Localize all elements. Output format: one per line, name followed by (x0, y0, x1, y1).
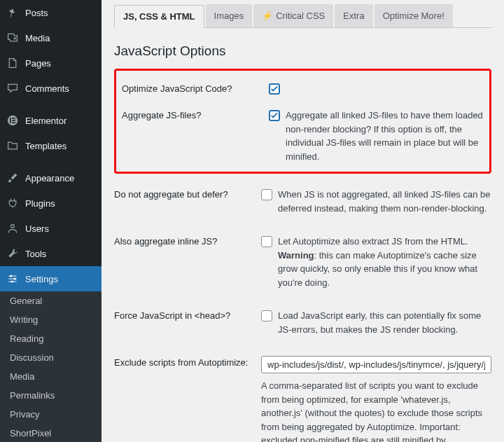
checkbox-aggregate-js[interactable] (269, 110, 280, 121)
checkbox-optimize-js[interactable] (269, 83, 280, 95)
field-label: Also aggregate inline JS? (114, 235, 261, 247)
field-label: Do not aggregate but defer? (114, 188, 261, 200)
checkbox-defer[interactable] (261, 189, 272, 200)
settings-tabs: JS, CSS & HTML Images ⚡Critical CSS Extr… (114, 4, 491, 28)
checkbox-force-head[interactable] (261, 310, 272, 322)
highlight-box: Optimize JavaScript Code? Aggregate JS-f… (114, 69, 491, 174)
field-label: Optimize JavaScript Code? (122, 82, 269, 94)
page-icon (6, 56, 20, 70)
sidebar-item-posts[interactable]: Posts (0, 0, 102, 25)
tab-optimize-more[interactable]: Optimize More! (374, 4, 453, 27)
row-defer: Do not aggregate but defer? When JS is n… (114, 178, 491, 225)
row-inline-js: Also aggregate inline JS? Let Autoptimiz… (114, 225, 491, 299)
exclude-scripts-input[interactable] (261, 356, 491, 373)
row-exclude: Exclude scripts from Autoptimize: A comm… (114, 346, 491, 442)
sidebar-item-label: Comments (25, 83, 69, 94)
sidebar-item-label: Plugins (25, 198, 55, 209)
sidebar-subitem-writing[interactable]: Writing (0, 310, 102, 329)
tab-critical-css[interactable]: ⚡Critical CSS (253, 4, 333, 27)
svg-point-9 (11, 280, 13, 282)
settings-submenu: General Writing Reading Discussion Media… (0, 291, 102, 442)
sidebar-item-appearance[interactable]: Appearance (0, 165, 102, 191)
field-desc: When JS is not aggregated, all linked JS… (278, 188, 491, 215)
main-content: JS, CSS & HTML Images ⚡Critical CSS Extr… (102, 0, 504, 442)
sidebar-item-media[interactable]: Media (0, 25, 102, 50)
sidebar-item-label: Elementor (25, 116, 66, 126)
sidebar-item-label: Users (25, 223, 49, 234)
sidebar-item-settings[interactable]: Settings (0, 266, 102, 291)
sidebar-item-label: Tools (25, 249, 46, 259)
tab-extra[interactable]: Extra (335, 4, 372, 27)
sidebar-subitem-permalinks[interactable]: Permalinks (0, 386, 102, 405)
sidebar-item-elementor[interactable]: Elementor (0, 108, 102, 133)
sidebar-item-label: Posts (25, 8, 48, 18)
svg-rect-4 (12, 120, 15, 121)
sidebar-subitem-privacy[interactable]: Privacy (0, 405, 102, 424)
field-label: Force JavaScript in <head>? (114, 309, 261, 321)
sidebar-subitem-media[interactable]: Media (0, 367, 102, 386)
sidebar-subitem-shortpixel[interactable]: ShortPixel (0, 424, 102, 442)
field-desc: Load JavaScript early, this can potentia… (278, 309, 491, 336)
row-aggregate-js: Aggregate JS-files? Aggregate all linked… (122, 102, 484, 170)
bolt-icon: ⚡ (262, 11, 273, 21)
sidebar-item-plugins[interactable]: Plugins (0, 191, 102, 216)
svg-point-8 (14, 277, 16, 279)
section-title: JavaScript Options (114, 43, 491, 59)
field-desc: Aggregate all linked JS-files to have th… (286, 109, 484, 163)
sidebar-item-tools[interactable]: Tools (0, 241, 102, 266)
svg-point-7 (10, 275, 12, 277)
field-label: Exclude scripts from Autoptimize: (114, 356, 261, 368)
sidebar-subitem-discussion[interactable]: Discussion (0, 348, 102, 367)
tab-jscsshtml[interactable]: JS, CSS & HTML (114, 5, 204, 28)
sliders-icon (6, 272, 20, 286)
tab-images[interactable]: Images (206, 4, 253, 27)
row-optimize-js: Optimize JavaScript Code? (122, 75, 484, 102)
svg-point-0 (14, 37, 16, 39)
sidebar-item-label: Appearance (25, 173, 74, 184)
sidebar-item-users[interactable]: Users (0, 216, 102, 241)
sidebar-item-label: Templates (25, 141, 66, 151)
sidebar-item-label: Settings (25, 274, 58, 284)
svg-point-6 (11, 224, 15, 228)
sidebar-item-pages[interactable]: Pages (0, 50, 102, 76)
brush-icon (6, 171, 20, 185)
svg-rect-2 (10, 118, 11, 123)
svg-rect-5 (12, 122, 15, 123)
sidebar-item-comments[interactable]: Comments (0, 76, 102, 101)
comment-icon (6, 81, 20, 95)
user-icon (6, 221, 20, 235)
row-force-head: Force JavaScript in <head>? Load JavaScr… (114, 299, 491, 346)
sidebar-item-label: Pages (25, 58, 51, 69)
sidebar-subitem-general[interactable]: General (0, 291, 102, 310)
tab-label: Critical CSS (276, 11, 325, 21)
elementor-icon (6, 113, 20, 127)
sidebar-item-templates[interactable]: Templates (0, 133, 102, 158)
field-desc: Let Autoptimize also extract JS from the… (278, 235, 491, 289)
field-desc: A comma-separated list of scripts you wa… (261, 379, 491, 442)
media-icon (6, 31, 20, 45)
admin-sidebar: Posts Media Pages Comments Elementor Tem… (0, 0, 102, 442)
checkbox-inline-js[interactable] (261, 236, 272, 247)
sidebar-item-label: Media (25, 33, 50, 43)
svg-rect-3 (12, 118, 15, 119)
pin-icon (6, 6, 20, 20)
field-label: Aggregate JS-files? (122, 109, 269, 120)
folder-icon (6, 139, 20, 153)
sidebar-subitem-reading[interactable]: Reading (0, 329, 102, 348)
plug-icon (6, 196, 20, 210)
wrench-icon (6, 247, 20, 261)
